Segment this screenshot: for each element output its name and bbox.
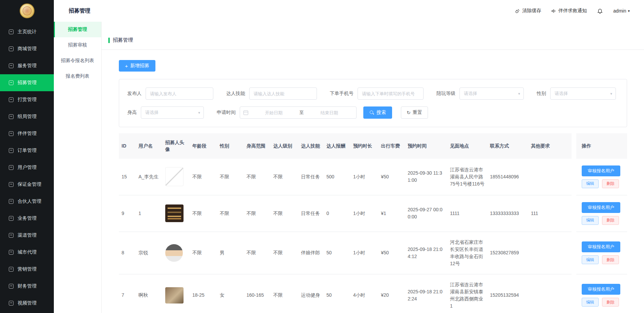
reset-button[interactable]: ↻ 重置	[401, 106, 428, 119]
cell-level: 不限	[271, 232, 298, 274]
sidebar-item-deposits[interactable]: 保证金管理	[0, 176, 54, 193]
submenu-item-signup-list[interactable]: 招募令报名列表	[54, 53, 101, 69]
sidebar-item-services[interactable]: 服务管理	[0, 57, 54, 74]
body-wrap: 招募管理 招募审核 招募令报名列表 报名费列表 招募管理 + 新增招募	[54, 22, 644, 313]
column-header-actions: 操作	[576, 133, 627, 159]
delete-button[interactable]: 删除	[602, 255, 619, 264]
notifications-button[interactable]	[597, 8, 603, 14]
publisher-input[interactable]	[146, 87, 213, 100]
sidebar-item-rewards[interactable]: 打赏管理	[0, 91, 54, 108]
cell-time: 2025-09-30 11:31:00	[405, 159, 447, 195]
page-header: 招募管理	[102, 22, 644, 50]
sidebar-item-recruitment[interactable]: 招募管理	[0, 74, 54, 91]
height-select[interactable]: 请选择 ▾	[141, 106, 204, 119]
filter-height: 身高 请选择 ▾	[127, 106, 204, 119]
action-row: 编辑 删除	[582, 255, 619, 264]
start-date-input[interactable]	[250, 110, 297, 115]
delete-button[interactable]: 删除	[602, 216, 619, 225]
action-row: 编辑 删除	[582, 179, 619, 188]
sidebar-item-marketing[interactable]: 营销管理	[0, 261, 54, 278]
sidebar-item-group-games[interactable]: 组局管理	[0, 108, 54, 125]
level-select[interactable]: 请选择 ▾	[459, 87, 524, 100]
cell-other	[528, 232, 572, 274]
cell-pay: 500	[324, 159, 350, 195]
edit-button[interactable]: 编辑	[582, 298, 599, 307]
gender-label: 性别	[537, 91, 546, 97]
video-icon	[9, 301, 14, 306]
cell-location: 1111	[447, 195, 487, 232]
skill-label: 达人技能	[226, 91, 245, 97]
clear-cache-button[interactable]: 清除缓存	[515, 8, 541, 14]
delete-button[interactable]: 删除	[602, 298, 619, 307]
gender-select[interactable]: 请选择 ▾	[550, 87, 616, 100]
rescue-notice-button[interactable]: 伴伴求救通知	[551, 8, 587, 14]
sidebar-item-partners[interactable]: 合伙人管理	[0, 193, 54, 210]
username-label: admin	[613, 8, 626, 14]
sidebar-item-orders[interactable]: 订单管理	[0, 142, 54, 159]
recruiter-avatar	[165, 244, 183, 262]
delete-button[interactable]: 删除	[602, 179, 619, 188]
cell-actions: 审核报名用户 编辑 删除	[576, 159, 627, 195]
chevron-down-icon: ▾	[610, 92, 612, 96]
cell-pay: 50	[324, 274, 350, 313]
user-menu[interactable]: admin ▾	[613, 8, 630, 14]
submenu-item-signup-fee-list[interactable]: 报名费列表	[54, 69, 101, 84]
review-applicants-button[interactable]: 审核报名用户	[582, 165, 620, 176]
reset-button-label: 重置	[413, 110, 422, 116]
cell-location: 江苏省连云港市灌南县新安镇泰州北路西侧商业1	[447, 274, 487, 313]
home-icon	[9, 30, 14, 34]
sidebar-item-channels[interactable]: 渠道管理	[0, 227, 54, 244]
submenu-item-recruit-review[interactable]: 招募审核	[54, 37, 101, 53]
topbar-actions: 清除缓存 伴伴求救通知 admin ▾	[515, 8, 630, 14]
sidebar-item-videos[interactable]: 视频管理	[0, 295, 54, 312]
edit-button[interactable]: 编辑	[582, 255, 599, 264]
cell-fare: ¥20	[378, 274, 405, 313]
sidebar-item-label: 商城管理	[18, 46, 37, 52]
phone-label: 下单手机号	[330, 91, 353, 97]
sidebar-item-business[interactable]: 业务管理	[0, 210, 54, 227]
cell-id: 8	[119, 232, 136, 274]
review-applicants-button[interactable]: 审核报名用户	[582, 241, 620, 252]
service-icon	[9, 63, 14, 68]
main-nav: 主页统计 商城管理 服务管理 招募管理 打赏管理 组局管理 伴伴管理 订单管理 …	[0, 23, 54, 312]
submenu-item-recruit-manage[interactable]: 招募管理	[54, 22, 101, 37]
app-logo	[20, 3, 35, 18]
add-recruit-button[interactable]: + 新增招募	[119, 60, 155, 72]
action-cell: 审核报名用户 编辑 删除	[582, 241, 624, 264]
end-date-input[interactable]	[306, 110, 353, 115]
sidebar-item-label: 打赏管理	[18, 97, 37, 103]
order-icon	[9, 148, 14, 153]
column-header-avatar: 招募人头像	[163, 133, 190, 159]
cell-height: 不限	[244, 232, 271, 274]
fixed-column-gap	[572, 133, 576, 159]
apply-time-range[interactable]: 至	[240, 106, 357, 119]
sidebar-item-mall[interactable]: 商城管理	[0, 40, 54, 57]
sidebar-item-users[interactable]: 用户管理	[0, 159, 54, 176]
phone-input[interactable]	[358, 87, 424, 100]
edit-button[interactable]: 编辑	[582, 216, 599, 225]
right-pane: 招募管理 清除缓存 伴伴求救通知 admin ▾	[54, 0, 644, 313]
mall-icon	[9, 46, 14, 51]
table-row: 7 啊秋 18-25 女 160-165 不限 运动健身 50 4小时	[119, 274, 627, 313]
action-row: 编辑 删除	[582, 216, 619, 225]
sidebar-item-finance[interactable]: 财务管理	[0, 278, 54, 295]
cell-level: 不限	[271, 159, 298, 195]
cell-height: 160-165	[244, 274, 271, 313]
table-header-row: ID 用户名 招募人头像 年龄段 性别 身高范围 达人级别 达人技能 达人报酬	[119, 133, 627, 159]
sidebar-item-label: 服务管理	[18, 63, 37, 69]
cell-gender: 女	[217, 274, 244, 313]
level-label: 陪玩等级	[436, 91, 455, 97]
sidebar-item-home-stats[interactable]: 主页统计	[0, 23, 54, 40]
search-button[interactable]: 搜索	[363, 106, 392, 119]
sidebar-item-companions[interactable]: 伴伴管理	[0, 125, 54, 142]
cell-height: 不限	[244, 159, 271, 195]
sidebar-item-city-agents[interactable]: 城市代理	[0, 244, 54, 261]
review-applicants-button[interactable]: 审核报名用户	[582, 284, 620, 295]
edit-button[interactable]: 编辑	[582, 179, 599, 188]
filter-panel: 发布人 达人技能 下单手机号	[119, 79, 627, 127]
cell-height: 不限	[244, 195, 271, 232]
review-applicants-button[interactable]: 审核报名用户	[582, 202, 620, 213]
app-window: 主页统计 商城管理 服务管理 招募管理 打赏管理 组局管理 伴伴管理 订单管理 …	[0, 0, 644, 313]
column-header-username: 用户名	[136, 133, 163, 159]
skill-input[interactable]	[249, 87, 317, 100]
